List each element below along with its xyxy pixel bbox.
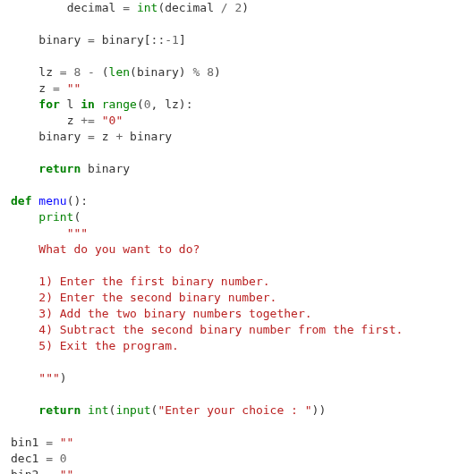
operator-assign: = [88,130,102,143]
operator-assign: = [60,65,74,79]
operator-plus-assign: += [81,114,95,127]
docstring-line: 4) Subtract the second binary number fro… [11,323,403,336]
number: 0 [144,97,151,111]
identifier: binary [38,33,88,47]
docstring-line: 5) Exit the program. [11,339,179,352]
code-block: decimal = int(decimal / 2) binary = bina… [0,0,476,474]
space [95,97,102,111]
operator-div: / [221,1,228,14]
docstring-line: 3) Add the two binary numbers together. [11,307,312,320]
keyword-def: def [11,194,31,207]
identifier: bin2 [11,468,46,474]
string-empty: "" [60,436,74,449]
docstring-close: """ [11,371,60,385]
identifier: dec1 [11,452,46,465]
space [81,403,88,417]
operator-assign: = [46,436,60,449]
docstring-line: What do you want to do? [11,242,200,256]
number-neg1: -1 [165,33,179,47]
bracket: ] [179,33,186,47]
expr: (binary) [130,65,192,79]
operator-assign: = [46,452,60,465]
operator-assign: = [53,81,67,95]
operator-assign: = [115,1,136,14]
identifier: binary [38,130,88,143]
paren-open: ( [137,97,144,111]
identifier: bin1 [11,436,46,449]
identifier: lz [38,65,59,79]
identifier: binary [123,130,172,143]
space [200,65,207,79]
identifier: decimal [165,1,221,14]
expr: , lz): [151,97,193,111]
string-empty: "" [60,468,74,474]
keyword-in: in [81,97,95,111]
keyword-for: for [38,97,59,111]
builtin-len: len [109,65,130,79]
docstring-open: """ [67,226,88,240]
string: "0" [102,114,123,127]
operator-minus: - [81,65,101,79]
string-prompt: "Enter your choice : " [157,403,311,417]
operator-assign: = [46,468,60,474]
builtin-int: int [88,403,108,417]
identifier: binary [81,162,130,175]
number: 8 [207,65,214,79]
identifier: decimal [67,1,116,14]
identifier: z [102,130,116,143]
docstring-line: 1) Enter the first binary number. [11,275,270,288]
keyword-return: return [38,162,81,175]
builtin-print: print [38,210,73,224]
docstring-line: 2) Enter the second binary number. [11,291,276,304]
signature: (): [67,194,88,207]
builtin-input: input [115,403,150,417]
paren-close: ) [214,65,221,79]
builtin-range: range [102,97,137,111]
identifier: l [60,97,81,111]
number: 0 [60,452,67,465]
space [228,1,235,14]
identifier: z [38,81,53,95]
builtin-int: int [137,1,157,14]
expr: binary[:: [102,33,165,47]
operator-assign: = [88,33,102,47]
paren-close: ) [242,1,249,14]
string-empty: "" [67,81,81,95]
paren-open: ( [73,210,81,224]
paren-close: ) [60,371,67,385]
func-name-menu: menu [38,194,66,207]
paren-close: )) [312,403,327,417]
paren-open: ( [102,65,109,79]
identifier: z [67,114,81,127]
keyword-return: return [38,403,81,417]
space [95,114,102,127]
